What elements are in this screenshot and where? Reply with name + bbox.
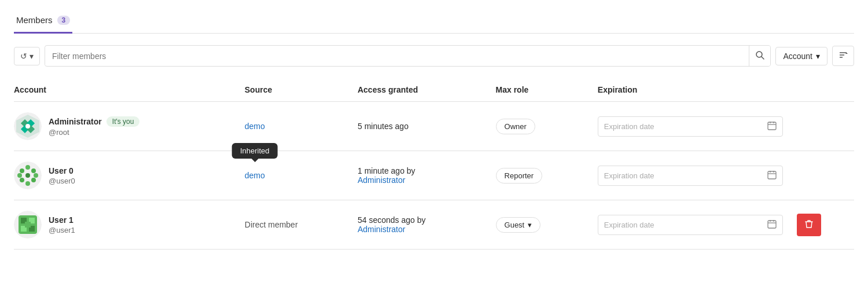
col-source: Source	[238, 80, 351, 102]
svg-point-11	[25, 124, 30, 129]
access-granted: 5 minutes ago	[358, 122, 409, 131]
expiration-date-input[interactable]: Expiration date	[598, 116, 783, 137]
calendar-icon	[767, 170, 777, 181]
display-name: User 1	[49, 215, 75, 225]
col-access-granted: Access granted	[351, 80, 489, 102]
actions-cell-1	[790, 151, 854, 200]
members-count-badge: 3	[57, 16, 71, 25]
source-tooltip-wrapper: demo	[245, 122, 265, 131]
expiration-cell-0: Expiration date	[591, 102, 790, 151]
svg-rect-12	[768, 122, 776, 130]
tab-members-label: Members	[16, 15, 53, 25]
svg-point-21	[25, 181, 30, 186]
access-granted: 54 seconds ago by Administrator	[358, 215, 482, 234]
svg-point-18	[31, 168, 36, 173]
source-text: Direct member	[245, 220, 298, 229]
access-granted-cell-2: 54 seconds ago by Administrator	[351, 200, 489, 250]
col-max-role: Max role	[489, 80, 591, 102]
source-cell-0: demo	[238, 102, 351, 151]
admin-link[interactable]: Administrator	[358, 225, 405, 234]
actions-cell-2	[790, 200, 854, 250]
svg-point-25	[25, 173, 30, 178]
display-name: Administrator It's you	[49, 116, 139, 127]
svg-point-23	[17, 173, 22, 178]
svg-point-20	[31, 178, 36, 182]
expiration-date-input[interactable]: Expiration date	[598, 166, 783, 186]
calendar-icon	[767, 219, 777, 230]
account-cell-1: User 0 @user0	[14, 151, 238, 200]
tab-bar: Members 3	[14, 9, 854, 34]
members-table: Account Source Access granted Max role E…	[14, 80, 854, 250]
sort-icon	[838, 50, 848, 60]
its-you-badge: It's you	[106, 116, 140, 127]
table-row: User 1 @user1 Direct member 54 seconds a…	[14, 200, 854, 250]
col-account: Account	[14, 80, 238, 102]
svg-rect-37	[768, 221, 776, 228]
account-cell-0: Administrator It's you @root	[14, 102, 238, 151]
role-badge[interactable]: Guest ▾	[496, 217, 541, 233]
username: @user1	[49, 226, 75, 234]
sort-button[interactable]	[832, 46, 854, 66]
col-actions	[790, 80, 854, 102]
svg-rect-36	[25, 222, 31, 228]
source-link[interactable]: demo	[245, 171, 265, 180]
username: @user0	[49, 177, 75, 185]
source-link[interactable]: demo	[245, 122, 265, 131]
role-badge: Owner	[496, 119, 535, 134]
svg-point-24	[20, 168, 24, 173]
max-role-cell-0: Owner	[489, 102, 591, 151]
filter-history-button[interactable]: ↺ ▾	[14, 47, 40, 65]
search-button[interactable]	[749, 46, 770, 66]
svg-point-19	[34, 173, 38, 178]
access-granted-cell-1: 1 minute ago by Administrator	[351, 151, 489, 200]
filter-bar: ↺ ▾ Account ▾	[14, 45, 854, 67]
actions-cell-0	[790, 102, 854, 151]
search-icon	[755, 50, 764, 60]
account-dropdown-button[interactable]: Account ▾	[775, 47, 827, 65]
username: @root	[49, 128, 139, 137]
access-granted: 1 minute ago by Administrator	[358, 166, 482, 185]
calendar-icon	[767, 121, 777, 132]
filter-input-wrapper	[45, 45, 771, 67]
source-cell-1: Inherited demo	[238, 151, 351, 200]
source-cell-2: Direct member	[238, 200, 351, 250]
source-tooltip-wrapper: Inherited demo	[245, 171, 265, 180]
role-badge: Reporter	[496, 168, 543, 184]
history-chevron: ▾	[30, 52, 34, 61]
admin-link[interactable]: Administrator	[358, 175, 405, 185]
table-row: User 0 @user0 Inherited demo 1 minute ag…	[14, 151, 854, 200]
expiration-cell-2: Expiration date	[591, 200, 790, 250]
delete-button[interactable]	[797, 214, 821, 236]
svg-line-1	[762, 57, 764, 59]
expiration-cell-1: Expiration date	[591, 151, 790, 200]
max-role-cell-2: Guest ▾	[489, 200, 591, 250]
svg-rect-26	[768, 171, 776, 179]
col-expiration: Expiration	[591, 80, 790, 102]
access-granted-cell-0: 5 minutes ago	[351, 102, 489, 151]
account-dropdown-chevron: ▾	[816, 52, 820, 61]
max-role-cell-1: Reporter	[489, 151, 591, 200]
svg-point-17	[25, 165, 30, 170]
history-icon: ↺	[20, 52, 27, 61]
account-dropdown-label: Account	[783, 52, 812, 61]
filter-input[interactable]	[45, 47, 749, 65]
svg-point-22	[20, 178, 24, 182]
table-row: Administrator It's you @root demo 5 minu…	[14, 102, 854, 151]
trash-icon	[805, 219, 813, 229]
expiration-date-input[interactable]: Expiration date	[598, 215, 783, 235]
account-cell-2: User 1 @user1	[14, 200, 238, 250]
display-name: User 0	[49, 166, 75, 175]
tab-members[interactable]: Members 3	[14, 9, 72, 34]
